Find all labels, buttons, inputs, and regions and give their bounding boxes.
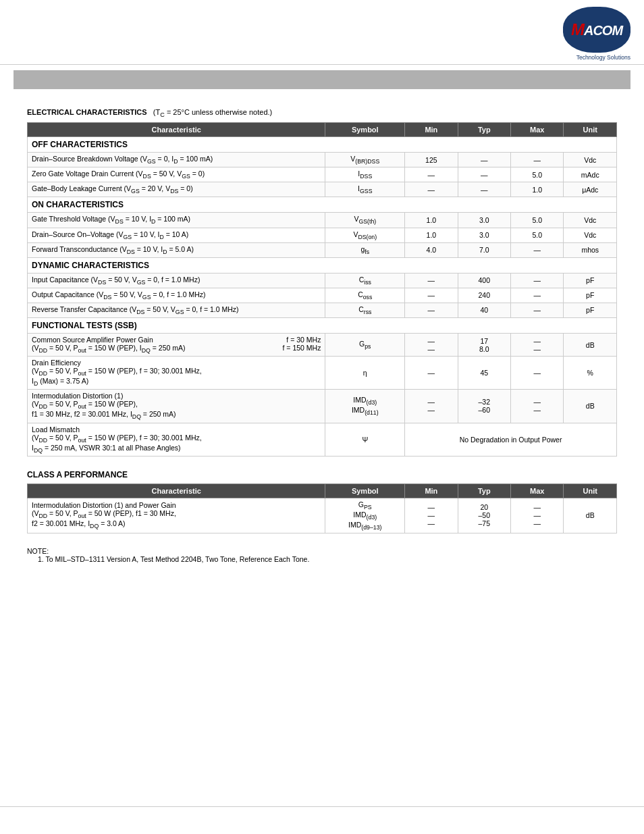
table-row: Drain–Source Breakdown Voltage (VGS = 0,… <box>28 153 617 167</box>
class-a-title: CLASS A PERFORMANCE <box>27 470 617 479</box>
col-symbol-2: Symbol <box>325 484 405 498</box>
symbol-cell: Crss <box>325 303 405 317</box>
electrical-table: Characteristic Symbol Min Typ Max Unit O… <box>27 122 617 457</box>
unit-cell: Vdc <box>564 228 617 242</box>
page-footer <box>0 806 644 814</box>
note-item-1: 1. To MIL–STD–1311 Version A, Test Metho… <box>27 555 617 563</box>
typ-cell: –32–60 <box>458 390 510 423</box>
dynamic-header: DYNAMIC CHARACTERISTICS <box>28 257 617 273</box>
max-cell: — <box>511 288 564 303</box>
col-characteristic: Characteristic <box>28 123 325 137</box>
char-cell: Forward Transconductance (VDS = 10 V, ID… <box>28 242 325 257</box>
char-cell: Intermodulation Distortion (1) (VDD = 50… <box>28 390 325 423</box>
min-cell: —— <box>405 334 458 357</box>
symbol-cell: GPSIMD(d3)IMD(d9–13) <box>325 498 405 533</box>
section-dynamic: DYNAMIC CHARACTERISTICS <box>28 257 617 273</box>
unit-cell: dB <box>564 390 617 423</box>
col-typ: Typ <box>458 123 510 137</box>
elec-title: ELECTRICAL CHARACTERISTICS <box>27 108 147 116</box>
logo-oval: MACOM <box>563 7 630 53</box>
char-cell: Zero Gate Voltage Drain Current (VDS = 5… <box>28 167 325 182</box>
char-cell: Drain–Source On–Voltage (VGS = 10 V, ID … <box>28 228 325 242</box>
min-cell: 1.0 <box>405 228 458 242</box>
section-on: ON CHARACTERISTICS <box>28 197 617 213</box>
min-cell: — <box>405 167 458 182</box>
unit-cell: pF <box>564 288 617 303</box>
col-min-2: Min <box>405 484 458 498</box>
typ-cell: 40 <box>458 303 510 317</box>
typ-cell: — <box>458 167 510 182</box>
char-cell: Drain Efficiency (VDD = 50 V, Pout = 150… <box>28 357 325 390</box>
char-cell: Load Mismatch (VDD = 50 V, Pout = 150 W … <box>28 423 325 456</box>
freq-text: f = 30 MHz <box>286 336 321 344</box>
table-row: Intermodulation Distortion (1) and Power… <box>28 498 617 533</box>
char-sub: (VDD = 50 V, Pout = 150 W (PEP), IDQ = 2… <box>32 344 186 354</box>
char-cell: Input Capacitance (VDS = 50 V, VGS = 0, … <box>28 273 325 288</box>
col-symbol: Symbol <box>325 123 405 137</box>
symbol-cell: IDSS <box>325 167 405 182</box>
typ-cell: 3.0 <box>458 228 510 242</box>
char-cell: Output Capacitance (VDS = 50 V, VGS = 0,… <box>28 288 325 303</box>
symbol-cell: gfs <box>325 242 405 257</box>
unit-cell: μAdc <box>564 182 617 197</box>
min-cell: —— <box>405 390 458 423</box>
functional-header: FUNCTIONAL TESTS (SSB) <box>28 318 617 334</box>
note-section: NOTE: 1. To MIL–STD–1311 Version A, Test… <box>27 547 617 563</box>
section-off: OFF CHARACTERISTICS <box>28 137 617 153</box>
typ-cell: 178.0 <box>458 334 510 357</box>
max-cell: 5.0 <box>511 167 564 182</box>
on-header: ON CHARACTERISTICS <box>28 197 617 213</box>
main-content: ELECTRICAL CHARACTERISTICS (TC = 25°C un… <box>0 95 644 577</box>
logo-subtitle: Technology Solutions <box>576 54 630 61</box>
table-row: Gate–Body Leakage Current (VGS = 20 V, V… <box>28 182 617 197</box>
table-row: Load Mismatch (VDD = 50 V, Pout = 150 W … <box>28 423 617 456</box>
min-cell: 125 <box>405 153 458 167</box>
symbol-cell: Coss <box>325 288 405 303</box>
char-cell: Gate Threshold Voltage (VDS = 10 V, ID =… <box>28 213 325 228</box>
min-cell: — <box>405 303 458 317</box>
table-row: Drain Efficiency (VDD = 50 V, Pout = 150… <box>28 357 617 390</box>
logo-block: MACOM Technology Solutions <box>563 7 630 61</box>
min-cell: ——— <box>405 498 458 533</box>
symbol-cell: VGS(th) <box>325 213 405 228</box>
max-cell: —— <box>511 390 564 423</box>
min-cell: — <box>405 273 458 288</box>
col-max: Max <box>511 123 564 137</box>
logo-text: MACOM <box>571 21 622 38</box>
max-cell: ——— <box>511 498 564 533</box>
col-characteristic-2: Characteristic <box>28 484 325 498</box>
table-row: Intermodulation Distortion (1) (VDD = 50… <box>28 390 617 423</box>
symbol-cell: Gps <box>325 334 405 357</box>
char-text: Common Source Amplifier Power Gain <box>32 336 153 344</box>
char-cell: Reverse Transfer Capacitance (VDS = 50 V… <box>28 303 325 317</box>
unit-cell: pF <box>564 273 617 288</box>
table-row: Input Capacitance (VDS = 50 V, VGS = 0, … <box>28 273 617 288</box>
col-max-2: Max <box>511 484 564 498</box>
char-cell: Intermodulation Distortion (1) and Power… <box>28 498 325 533</box>
unit-cell: % <box>564 357 617 390</box>
symbol-cell: IMD(d3)IMD(d11) <box>325 390 405 423</box>
symbol-cell: Ψ <box>325 423 405 456</box>
typ-cell: 7.0 <box>458 242 510 257</box>
unit-cell: dB <box>564 334 617 357</box>
typ-cell: 400 <box>458 273 510 288</box>
no-deg-cell: No Degradation in Output Power <box>405 423 617 456</box>
table-row: Drain–Source On–Voltage (VGS = 10 V, ID … <box>28 228 617 242</box>
min-cell: 4.0 <box>405 242 458 257</box>
char-cell: Drain–Source Breakdown Voltage (VGS = 0,… <box>28 153 325 167</box>
electrical-section-title: ELECTRICAL CHARACTERISTICS (TC = 25°C un… <box>27 108 617 118</box>
gray-banner <box>14 70 630 89</box>
section-functional: FUNCTIONAL TESTS (SSB) <box>28 318 617 334</box>
table-row: Output Capacitance (VDS = 50 V, VGS = 0,… <box>28 288 617 303</box>
typ-cell: 45 <box>458 357 510 390</box>
symbol-cell: IGSS <box>325 182 405 197</box>
max-cell: — <box>511 273 564 288</box>
max-cell: 5.0 <box>511 213 564 228</box>
freq-text2: f = 150 MHz <box>283 344 321 354</box>
note-title: NOTE: <box>27 547 617 555</box>
col-unit: Unit <box>564 123 617 137</box>
unit-cell: pF <box>564 303 617 317</box>
max-cell: 5.0 <box>511 228 564 242</box>
unit-cell: dB <box>564 498 617 533</box>
char-cell: Gate–Body Leakage Current (VGS = 20 V, V… <box>28 182 325 197</box>
